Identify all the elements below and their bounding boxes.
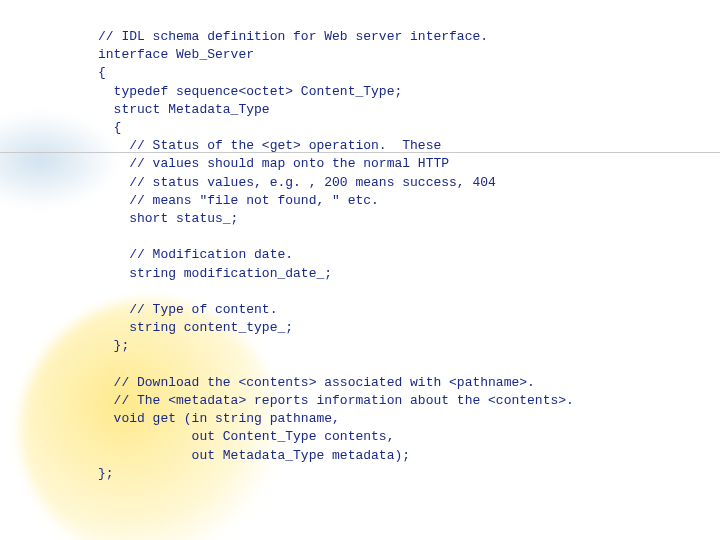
code-line: typedef sequence<octet> Content_Type; xyxy=(98,84,402,99)
code-line: // Status of the <get> operation. These xyxy=(98,138,441,153)
code-line: struct Metadata_Type xyxy=(98,102,270,117)
code-line: void get (in string pathname, xyxy=(98,411,340,426)
code-line: // Type of content. xyxy=(98,302,277,317)
code-line: // Download the <contents> associated wi… xyxy=(98,375,535,390)
code-line: { xyxy=(98,120,121,135)
code-line: string modification_date_; xyxy=(98,266,332,281)
code-line: string content_type_; xyxy=(98,320,293,335)
code-line: short status_; xyxy=(98,211,238,226)
code-line: // IDL schema definition for Web server … xyxy=(98,29,488,44)
code-line: interface Web_Server xyxy=(98,47,254,62)
idl-code-block: // IDL schema definition for Web server … xyxy=(0,0,720,483)
code-line: // status values, e.g. , 200 means succe… xyxy=(98,175,496,190)
code-line: out Content_Type contents, xyxy=(98,429,394,444)
code-line: }; xyxy=(98,338,129,353)
code-line: // Modification date. xyxy=(98,247,293,262)
code-line: { xyxy=(98,65,106,80)
code-line: // means "file not found, " etc. xyxy=(98,193,379,208)
code-line: out Metadata_Type metadata); xyxy=(98,448,410,463)
code-line: }; xyxy=(98,466,114,481)
code-line: // The <metadata> reports information ab… xyxy=(98,393,574,408)
code-line: // values should map onto the normal HTT… xyxy=(98,156,449,171)
